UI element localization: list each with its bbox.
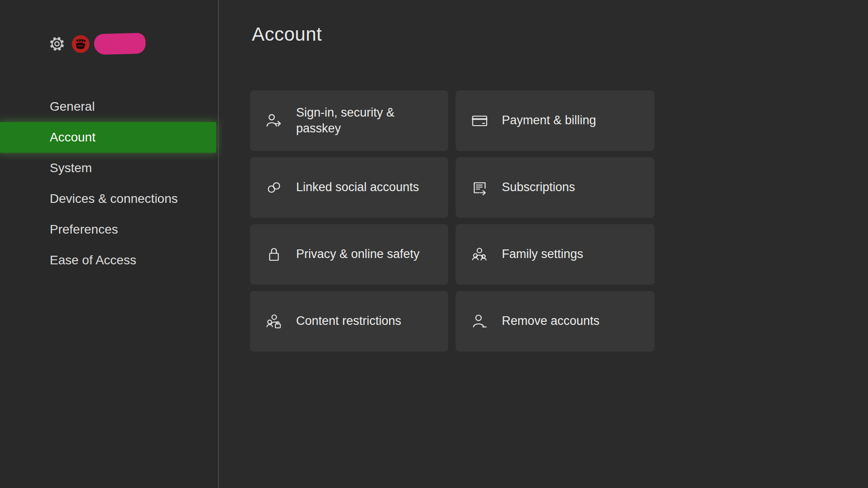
tile-label: Remove accounts bbox=[502, 313, 599, 329]
tile-label: Subscriptions bbox=[502, 179, 575, 195]
family-people-icon bbox=[471, 246, 488, 263]
credit-card-icon bbox=[471, 112, 488, 129]
tile-linked-social-accounts[interactable]: Linked social accounts bbox=[250, 157, 448, 218]
page-title: Account bbox=[252, 23, 322, 45]
gamerpic-avatar[interactable] bbox=[72, 35, 90, 53]
tile-label: Family settings bbox=[502, 246, 583, 262]
tile-remove-accounts[interactable]: Remove accounts bbox=[456, 291, 655, 352]
document-renew-icon bbox=[471, 179, 488, 196]
person-remove-icon bbox=[471, 313, 488, 330]
padlock-icon bbox=[265, 246, 283, 263]
main-content: Account Sign-in, security & passkey bbox=[219, 0, 868, 488]
tile-label: Payment & billing bbox=[502, 113, 596, 128]
tile-label: Privacy & online safety bbox=[296, 246, 420, 262]
sidebar-item-preferences[interactable]: Preferences bbox=[0, 214, 216, 245]
linked-rings-icon bbox=[265, 179, 283, 196]
xbox-settings-screen: General Account System Devices & connect… bbox=[0, 0, 868, 488]
sidebar-item-ease-of-access[interactable]: Ease of Access bbox=[0, 245, 216, 276]
tile-subscriptions[interactable]: Subscriptions bbox=[456, 157, 655, 218]
sidebar-item-account[interactable]: Account bbox=[0, 122, 216, 153]
tile-label: Sign-in, security & passkey bbox=[296, 105, 432, 136]
sidebar-nav: General Account System Devices & connect… bbox=[0, 91, 218, 276]
tile-sign-in-security-passkey[interactable]: Sign-in, security & passkey bbox=[250, 90, 448, 151]
person-lock-icon bbox=[265, 313, 283, 330]
profile-row bbox=[48, 33, 146, 54]
gamertag-redaction-blob bbox=[94, 33, 146, 55]
tile-privacy-online-safety[interactable]: Privacy & online safety bbox=[250, 224, 448, 285]
settings-gear-icon[interactable] bbox=[48, 35, 66, 52]
sidebar-item-devices-connections[interactable]: Devices & connections bbox=[0, 183, 216, 214]
person-sign-in-icon bbox=[265, 112, 283, 129]
tile-label: Content restrictions bbox=[296, 313, 401, 329]
settings-tile-grid: Sign-in, security & passkey Payment & bi… bbox=[250, 90, 666, 352]
tile-family-settings[interactable]: Family settings bbox=[456, 224, 655, 285]
tile-payment-billing[interactable]: Payment & billing bbox=[456, 90, 655, 151]
tile-content-restrictions[interactable]: Content restrictions bbox=[250, 291, 448, 352]
sidebar-item-system[interactable]: System bbox=[0, 153, 216, 183]
sidebar-item-general[interactable]: General bbox=[0, 91, 216, 122]
tile-label: Linked social accounts bbox=[296, 179, 419, 195]
sidebar: General Account System Devices & connect… bbox=[0, 0, 218, 488]
